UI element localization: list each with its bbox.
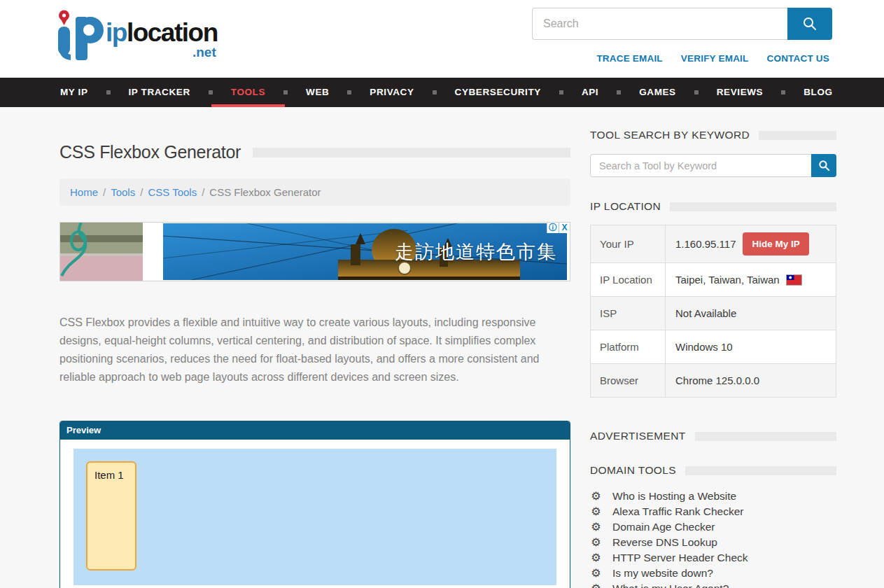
gear-icon: ⚙ — [590, 566, 602, 581]
preview-panel: Preview Item 1 — [59, 421, 570, 588]
gear-icon: ⚙ — [590, 519, 602, 535]
header-search-input[interactable] — [532, 8, 787, 40]
breadcrumb-css-tools[interactable]: CSS Tools — [148, 186, 197, 198]
breadcrumb-current: CSS Flexbox Generator — [209, 186, 321, 198]
domain-tool-who-is-hosting[interactable]: ⚙ Who is Hosting a Website — [590, 489, 836, 504]
gear-icon: ⚙ — [590, 535, 602, 550]
sidebar: TOOL SEARCH BY KEYWORD IP LOCATION Your … — [590, 107, 836, 588]
nav-item-games[interactable]: GAMES — [639, 78, 676, 107]
table-row-ip-location: IP Location Taipei, Taiwan, Taiwan — [591, 263, 836, 297]
site-logo[interactable]: iplocation .net — [52, 7, 218, 63]
adchoices-info-icon[interactable]: ⓘ — [547, 223, 559, 233]
breadcrumb-tools[interactable]: Tools — [111, 186, 135, 198]
ip-location-table: Your IP 1.160.95.117 Hide My IP IP Locat… — [590, 225, 836, 398]
flexbox-item-1[interactable]: Item 1 — [86, 461, 136, 570]
domain-tool-website-down[interactable]: ⚙ Is my website down? — [590, 566, 836, 581]
adchoices-close-icon[interactable]: X — [559, 223, 570, 233]
tool-search-heading: TOOL SEARCH BY KEYWORD — [590, 129, 836, 141]
header-search — [532, 8, 832, 40]
nav-item-cybersecurity[interactable]: CYBERSECURITY — [455, 78, 541, 107]
ip-location-value: Taipei, Taiwan, Taiwan — [675, 274, 780, 286]
nav-separator — [694, 90, 699, 94]
nav-item-web[interactable]: WEB — [306, 78, 329, 107]
ad-right-image: 走訪地道特色市集 — [163, 223, 567, 280]
domain-tool-domain-age[interactable]: ⚙ Domain Age Checker — [590, 519, 836, 535]
nav-separator — [283, 90, 288, 94]
nav-item-api[interactable]: API — [582, 78, 598, 107]
nav-item-reviews[interactable]: REVIEWS — [717, 78, 763, 107]
trace-email-link[interactable]: TRACE EMAIL — [596, 53, 662, 64]
nav-item-blog[interactable]: BLOG — [804, 78, 832, 107]
heading-decorative-bar — [695, 432, 836, 441]
tool-search-input[interactable] — [590, 154, 811, 177]
advertisement-heading: ADVERTISEMENT — [590, 430, 836, 442]
nav-separator — [617, 90, 621, 94]
domain-tool-user-agent[interactable]: ⚙ What is my User Agent? — [590, 581, 836, 588]
gear-icon: ⚙ — [590, 489, 602, 504]
main-column: CSS Flexbox Generator Home/Tools/CSS Too… — [59, 107, 570, 588]
domain-tool-http-header[interactable]: ⚙ HTTP Server Header Check — [590, 550, 836, 566]
main-nav: MY IP IP TRACKER TOOLS WEB PRIVACY CYBER… — [0, 78, 884, 107]
gear-icon: ⚙ — [590, 550, 602, 566]
breadcrumb-home[interactable]: Home — [70, 186, 98, 198]
tool-search-button[interactable] — [811, 154, 836, 177]
tool-description: CSS Flexbox provides a flexible and intu… — [59, 314, 565, 386]
tool-search — [590, 154, 836, 177]
ad-banner[interactable]: 走訪地道特色市集 ⓘ X — [59, 222, 570, 281]
nav-item-my-ip[interactable]: MY IP — [60, 78, 88, 107]
domain-tool-alexa-rank[interactable]: ⚙ Alexa Traffic Rank Checker — [590, 504, 836, 519]
adchoices: ⓘ X — [547, 223, 570, 233]
isp-value: Not Available — [675, 307, 736, 319]
nav-separator — [347, 90, 351, 94]
nav-item-privacy[interactable]: PRIVACY — [370, 78, 414, 107]
nav-separator — [781, 90, 785, 94]
logo-net: .net — [192, 46, 216, 59]
heading-decorative-bar — [670, 202, 836, 211]
heading-decorative-bar — [759, 131, 836, 140]
gear-icon: ⚙ — [590, 581, 602, 588]
logo-location: location — [127, 18, 218, 47]
preview-panel-header: Preview — [60, 421, 570, 440]
table-row-your-ip: Your IP 1.160.95.117 Hide My IP — [591, 225, 836, 263]
site-header: iplocation .net TRACE EMAIL VERIFY EMAIL… — [0, 0, 884, 78]
nav-item-ip-tracker[interactable]: IP TRACKER — [129, 78, 190, 107]
domain-tools-heading: DOMAIN TOOLS — [590, 464, 836, 477]
nav-separator — [209, 90, 213, 94]
your-ip-value: 1.160.95.117 — [675, 238, 736, 250]
ip-location-heading: IP LOCATION — [590, 200, 836, 213]
page-title: CSS Flexbox Generator — [59, 142, 241, 162]
platform-value: Windows 10 — [675, 341, 733, 353]
search-icon — [802, 16, 818, 31]
search-icon — [818, 160, 830, 172]
breadcrumb: Home/Tools/CSS Tools/CSS Flexbox Generat… — [59, 178, 570, 206]
nav-item-tools[interactable]: TOOLS — [231, 78, 265, 107]
nav-separator — [106, 90, 111, 94]
verify-email-link[interactable]: VERIFY EMAIL — [681, 53, 749, 64]
table-row-browser: Browser Chrome 125.0.0.0 — [591, 364, 836, 397]
header-links: TRACE EMAIL VERIFY EMAIL CONTACT US — [596, 53, 829, 64]
nav-separator — [433, 90, 437, 94]
title-decorative-bar — [253, 148, 570, 158]
contact-us-link[interactable]: CONTACT US — [767, 53, 830, 64]
logo-ip: ip — [106, 18, 127, 47]
domain-tool-reverse-dns[interactable]: ⚙ Reverse DNS Lookup — [590, 535, 836, 550]
table-row-platform: Platform Windows 10 — [591, 330, 836, 364]
browser-value: Chrome 125.0.0.0 — [675, 374, 759, 386]
table-row-isp: ISP Not Available — [591, 297, 836, 330]
preview-panel-body: Item 1 — [60, 440, 570, 588]
domain-tools-list: ⚙ Who is Hosting a Website ⚙ Alexa Traff… — [590, 489, 836, 588]
gear-icon: ⚙ — [590, 504, 602, 519]
heading-decorative-bar — [685, 466, 836, 475]
taiwan-flag-icon — [787, 275, 801, 285]
logo-icon — [52, 7, 104, 63]
hide-my-ip-button[interactable]: Hide My IP — [743, 232, 808, 255]
ad-caption: 走訪地道特色市集 — [395, 239, 557, 265]
logo-text: iplocation .net — [106, 20, 218, 46]
nav-separator — [559, 90, 563, 94]
ad-left-image — [60, 223, 143, 281]
header-search-button[interactable] — [787, 8, 832, 40]
flexbox-preview-container: Item 1 — [73, 449, 556, 585]
